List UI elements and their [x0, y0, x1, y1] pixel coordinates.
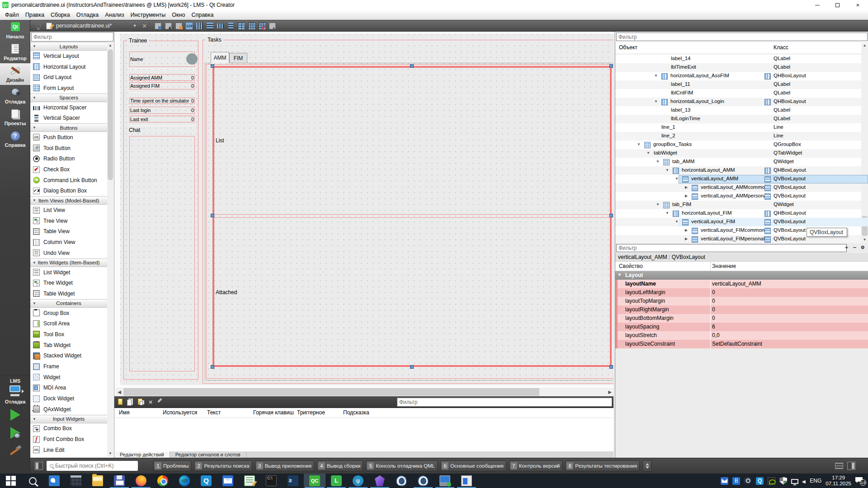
tree-row-label_11[interactable]: label_11QLabel: [615, 80, 868, 89]
sidebar-toggle-icon[interactable]: [35, 462, 43, 470]
edit-buddies-icon[interactable]: [175, 22, 183, 30]
layout-vertical-icon[interactable]: [206, 22, 214, 30]
new-action-icon[interactable]: [117, 399, 124, 406]
taskbar-window-app[interactable]: [456, 474, 477, 488]
selected-layout-outline[interactable]: [212, 66, 612, 367]
property-filter-input[interactable]: [616, 244, 847, 252]
tray-steam[interactable]: [744, 477, 752, 485]
edit-signals-icon[interactable]: [165, 22, 172, 30]
notification-icon[interactable]: 14: [855, 477, 865, 485]
tree-row-label_13[interactable]: label_13QLabel: [615, 106, 868, 115]
taskbar-fork-app[interactable]: ψ: [347, 474, 369, 488]
widget-list-view[interactable]: List View: [30, 205, 108, 216]
widget-vertical-spacer[interactable]: Vertical Spacer: [30, 113, 108, 123]
taskbar-postgres-2[interactable]: [412, 474, 434, 488]
widget-table-view[interactable]: Table View: [30, 226, 108, 237]
widgetbox-section-Input Widgets[interactable]: ▼Input Widgets: [30, 415, 108, 423]
maximize-button[interactable]: [827, 0, 848, 10]
tab-action-editor[interactable]: Редактор действий: [114, 451, 170, 458]
copy-action-icon[interactable]: [127, 399, 134, 406]
taskbar-qt-creator[interactable]: QC: [304, 474, 326, 488]
tree-row-verticalLayout_AMMcommon[interactable]: ▶verticalLayout_AMMcommonQVBoxLayout: [615, 183, 868, 192]
output-pane-arrows[interactable]: [642, 460, 651, 471]
widget-dock-widget[interactable]: Dock Widget: [30, 393, 108, 404]
last-login-row[interactable]: Last login0: [129, 107, 195, 114]
tab-amm[interactable]: AMM: [211, 52, 229, 63]
taskbar-edge[interactable]: [174, 474, 195, 488]
output-pane-Вывод сборки[interactable]: 4Вывод сборки: [317, 460, 363, 471]
name-row[interactable]: Name: [129, 52, 195, 67]
taskbar-powershell[interactable]: ≥: [282, 474, 304, 488]
kit-selector-icon[interactable]: [9, 385, 22, 397]
action-table-body[interactable]: [114, 418, 613, 451]
widgetbox-section-Item Views (Model-Based)[interactable]: ▼Item Views (Model-Based): [30, 196, 108, 205]
locator-search-input[interactable]: Быстрый поиск (Ctrl+K): [47, 461, 138, 471]
form-editor-canvas[interactable]: Trainee Name Assigned AMM0 Assigned FIM0…: [114, 32, 613, 396]
taskbar-remote-desktop[interactable]: [434, 474, 456, 488]
widget-undo-view[interactable]: Undo View: [30, 248, 108, 258]
widget-qaxwidget[interactable]: QAxWidget: [30, 404, 108, 415]
break-layout-icon[interactable]: [258, 22, 266, 30]
widget-dialog-button-box[interactable]: ✔✘Dialog Button Box: [30, 186, 108, 197]
action-column-6[interactable]: Подсказка: [343, 409, 369, 416]
widget-tree-widget[interactable]: Tree Widget: [30, 277, 108, 288]
menu-2[interactable]: Правка: [22, 10, 47, 19]
edit-tab-order-icon[interactable]: 123: [185, 22, 193, 30]
document-dropdown-icon[interactable]: ▼: [132, 23, 137, 28]
configure-actions-icon[interactable]: [157, 399, 164, 406]
taskbar-file-explorer[interactable]: [87, 474, 108, 488]
layout-grid-icon[interactable]: [248, 22, 255, 30]
tree-row-lblCntFIM[interactable]: lblCntFIMQLabel: [615, 89, 868, 98]
output-pane-Вывод приложения[interactable]: 3Вывод приложения: [255, 460, 314, 471]
widget-stacked-widget[interactable]: Stacked Widget: [30, 351, 108, 361]
widget-command-link-button[interactable]: ➜Command Link Button: [30, 175, 108, 186]
column-class[interactable]: Класс: [774, 44, 788, 51]
widgetbox-filter-input[interactable]: [31, 32, 113, 42]
tree-row-verticalLayout_AMM[interactable]: ▼verticalLayout_AMMQVBoxLayout: [615, 175, 868, 183]
property-layoutRightMargin[interactable]: layoutRightMargin0: [615, 305, 868, 314]
tree-row-tab_AMM[interactable]: ▼tab_AMMQWidget: [615, 158, 868, 166]
tree-row-tabWidget[interactable]: ▼tabWidgetQTabWidget: [615, 149, 868, 158]
inspector-scrollbar[interactable]: ▲ ▼: [861, 42, 868, 243]
taskbar-notes-app[interactable]: [239, 474, 260, 488]
minimize-button[interactable]: [807, 0, 827, 10]
widget-tree-view[interactable]: Tree View: [30, 216, 108, 226]
layout-form-icon[interactable]: [237, 22, 245, 30]
avatar-circle[interactable]: [186, 53, 198, 65]
widgetbox-section-Layouts[interactable]: ▼Layouts: [30, 42, 108, 51]
widgetbox-scrollbar[interactable]: ▲ ▼: [107, 42, 113, 457]
layout-horizontal-icon[interactable]: [196, 22, 203, 30]
property-layoutStretch[interactable]: layoutStretch0,0: [615, 331, 868, 340]
taskbar-obsidian[interactable]: [369, 474, 391, 488]
widget-font-combo-box[interactable]: fFont Combo Box: [30, 434, 108, 445]
mode-Редактор[interactable]: Редактор: [0, 42, 30, 63]
last-exit-row[interactable]: Last exit0: [129, 116, 195, 122]
output-pane-Результаты тестирования[interactable]: 8Результаты тестирования: [565, 460, 640, 471]
widget-horizontal-layout[interactable]: Horizontal Layout: [30, 61, 108, 72]
debug-run-button[interactable]: [10, 427, 20, 439]
widget-frame[interactable]: Frame: [30, 361, 108, 372]
canvas-horizontal-scrollbar[interactable]: ◀ ▶: [116, 388, 613, 396]
mode-Начало[interactable]: QtНачало: [0, 20, 30, 42]
configure-property-icon[interactable]: ⚙: [859, 244, 866, 251]
layout-section-header[interactable]: ▼Layout: [615, 271, 868, 280]
taskbar-save-app[interactable]: [108, 474, 130, 488]
widget-list-widget[interactable]: List Widget: [30, 267, 108, 278]
property-layoutBottomMargin[interactable]: layoutBottomMargin0: [615, 314, 868, 323]
tree-row-lblTimeExit[interactable]: lblTimeExitQLabel: [615, 63, 868, 72]
output-pane-Контроль версий[interactable]: 7Контроль версий: [509, 460, 563, 471]
widget-form-layout[interactable]: Form Layout: [30, 83, 108, 94]
widget-tab-widget[interactable]: Tab Widget: [30, 340, 108, 351]
menu-4[interactable]: Отладка: [73, 10, 102, 19]
property-layoutLeftMargin[interactable]: layoutLeftMargin0: [615, 288, 868, 297]
widget-line-edit[interactable]: AB|Line Edit: [30, 445, 108, 455]
tree-row-line_2[interactable]: line_2Line: [615, 132, 868, 141]
widget-mdi-area[interactable]: MDI Area: [30, 383, 108, 394]
inspector-filter-input[interactable]: [616, 33, 868, 41]
menu-1[interactable]: Файл: [2, 10, 22, 19]
taskbar-start-button[interactable]: [0, 474, 22, 488]
open-document-selector[interactable]: personalcardtrainee.ui*: [56, 23, 112, 29]
mode-Дизайн[interactable]: Дизайн: [0, 63, 30, 85]
widget-vertical-layout[interactable]: Vertical Layout: [30, 51, 108, 61]
delete-action-icon[interactable]: ✕: [147, 399, 154, 406]
